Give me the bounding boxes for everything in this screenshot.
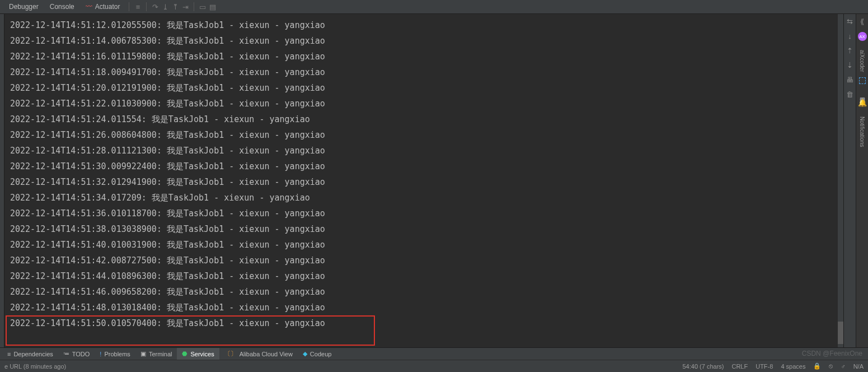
bottom-tabs: ≡Dependencies≔TODO!Problems▣Terminal⬣Ser… — [0, 347, 868, 360]
bottom-tab-label: Services — [190, 351, 214, 357]
log-line: 2022-12-14T14:51:16.011159800: 我是TaskJob… — [10, 49, 840, 64]
layout-two-icon[interactable]: ▤ — [208, 3, 218, 11]
log-line: 2022-12-14T14:51:24.011554: 我是TaskJob1 -… — [10, 111, 840, 127]
log-line: 2022-12-14T14:51:40.010031900: 我是TaskJob… — [10, 237, 840, 253]
log-line: 2022-12-14T14:51:38.013038900: 我是TaskJob… — [10, 221, 840, 237]
log-line: 2022-12-14T14:51:46.009658200: 我是TaskJob… — [10, 284, 840, 300]
bottom-tab-services[interactable]: ⬣Services — [177, 348, 219, 360]
separator — [146, 2, 147, 11]
export-icon[interactable]: ↷ — [150, 3, 160, 11]
status-item-7[interactable]: N/A — [853, 363, 864, 370]
separator — [129, 2, 129, 11]
status-left-text: e URL (8 minutes ago) — [4, 363, 66, 370]
right-rail-outer: ⟪ AX aiXcoder 应用观测器 🔔 Notifications — [856, 14, 868, 347]
log-line: 2022-12-14T14:51:22.011030900: 我是TaskJob… — [10, 96, 840, 111]
rail-aixcoder[interactable]: aiXcoder — [859, 50, 865, 72]
pulse-icon: 〰 — [86, 3, 92, 11]
status-bar: e URL (8 minutes ago) 54:40 (7 chars)CRL… — [0, 360, 868, 372]
status-item-0[interactable]: 54:40 (7 chars) — [682, 363, 724, 370]
log-line: 2022-12-14T14:51:50.010570400: 我是TaskJob… — [10, 315, 840, 331]
log-line: 2022-12-14T14:51:30.009922400: 我是TaskJob… — [10, 159, 840, 174]
tab-debugger[interactable]: Debugger — [3, 0, 44, 14]
bottom-tab-terminal[interactable]: ▣Terminal — [135, 348, 177, 360]
down2-icon[interactable]: ⇣ — [846, 61, 855, 70]
rail-notifications[interactable]: Notifications — [859, 117, 865, 147]
log-line: 2022-12-14T14:51:26.008604800: 我是TaskJob… — [10, 127, 840, 143]
codeup-icon: ◆ — [303, 350, 307, 357]
left-gutter — [0, 14, 4, 347]
bottom-tab-codeup[interactable]: ◆Codeup — [298, 348, 337, 360]
observer-icon[interactable] — [859, 77, 866, 84]
bottom-tab-label: Codeup — [310, 351, 332, 357]
terminal-icon: ▣ — [140, 350, 146, 357]
down-icon[interactable]: ↓ — [846, 32, 855, 41]
status-item-1[interactable]: CRLF — [731, 363, 748, 370]
scrollbar[interactable] — [838, 14, 843, 347]
alibaba-cloud-view-icon: 〔〕 — [224, 350, 237, 358]
separator — [194, 2, 194, 11]
log-line: 2022-12-14T14:51:32.012941900: 我是TaskJob… — [10, 174, 840, 190]
bottom-tab-label: Dependencies — [13, 351, 53, 357]
log-line: 2022-12-14T14:51:44.010896300: 我是TaskJob… — [10, 268, 840, 284]
list-icon[interactable]: ≡ — [133, 3, 143, 11]
console-output[interactable]: 2022-12-14T14:51:12.012055500: 我是TaskJob… — [4, 14, 843, 347]
swap-icon[interactable]: ⇆ — [846, 17, 855, 26]
top-toolbar: Debugger Console 〰 Actuator ≡ ↷ ⤓ ⤒ ⇥ ▭ … — [0, 0, 868, 14]
log-line: 2022-12-14T14:51:20.012191900: 我是TaskJob… — [10, 80, 840, 96]
scrollbar-thumb[interactable] — [838, 322, 843, 344]
tab-actuator[interactable]: 〰 Actuator — [80, 3, 126, 11]
bottom-tab-problems[interactable]: !Problems — [95, 348, 135, 360]
log-line: 2022-12-14T14:51:12.012055500: 我是TaskJob… — [10, 17, 840, 33]
log-line: 2022-12-14T14:51:18.009491700: 我是TaskJob… — [10, 64, 840, 80]
tab-actuator-label: Actuator — [95, 3, 120, 11]
collapse-icon[interactable]: ⟪ — [858, 17, 867, 26]
bottom-tab-dependencies[interactable]: ≡Dependencies — [2, 348, 58, 360]
forward-icon[interactable]: ⇥ — [180, 3, 190, 11]
tab-console[interactable]: Console — [44, 0, 80, 14]
layout-one-icon[interactable]: ▭ — [198, 3, 208, 11]
bell-icon[interactable]: 🔔 — [858, 99, 867, 108]
up-icon[interactable]: ⇡ — [846, 46, 855, 55]
bottom-tab-todo[interactable]: ≔TODO — [58, 348, 95, 360]
trash-icon[interactable]: 🗑 — [846, 90, 855, 99]
bottom-tab-label: TODO — [72, 351, 90, 357]
status-item-5[interactable]: ⦸ — [829, 362, 833, 370]
problems-icon: ! — [100, 351, 101, 357]
dependencies-icon: ≡ — [7, 351, 11, 357]
status-item-4[interactable]: 🔒 — [813, 362, 821, 370]
log-line: 2022-12-14T14:51:34.017209: 我是TaskJob1 -… — [10, 190, 840, 206]
bottom-tab-label: Alibaba Cloud View — [240, 351, 293, 357]
download-icon[interactable]: ⤓ — [160, 3, 170, 11]
status-item-3[interactable]: 4 spaces — [781, 363, 805, 370]
log-line: 2022-12-14T14:51:48.013018400: 我是TaskJob… — [10, 300, 840, 315]
log-line: 2022-12-14T14:51:36.010118700: 我是TaskJob… — [10, 206, 840, 221]
log-line: 2022-12-14T14:51:42.008727500: 我是TaskJob… — [10, 253, 840, 268]
log-line: 2022-12-14T14:51:28.011121300: 我是TaskJob… — [10, 143, 840, 159]
avatar-icon[interactable]: AX — [858, 32, 867, 41]
todo-icon: ≔ — [63, 350, 69, 357]
status-item-6[interactable]: ♂ — [841, 363, 845, 370]
bottom-tab-label: Problems — [104, 351, 130, 357]
status-item-2[interactable]: UTF-8 — [756, 363, 773, 370]
services-icon: ⬣ — [182, 350, 187, 357]
log-line: 2022-12-14T14:51:14.006785300: 我是TaskJob… — [10, 33, 840, 49]
print-icon[interactable]: 🖶 — [846, 76, 855, 85]
right-rail-inner: ⇆ ↓ ⇡ ⇣ 🖶 🗑 — [843, 14, 856, 347]
bottom-tab-alibaba-cloud-view[interactable]: 〔〕Alibaba Cloud View — [219, 348, 298, 360]
upload-icon[interactable]: ⤒ — [170, 3, 180, 11]
bottom-tab-label: Terminal — [149, 351, 172, 357]
